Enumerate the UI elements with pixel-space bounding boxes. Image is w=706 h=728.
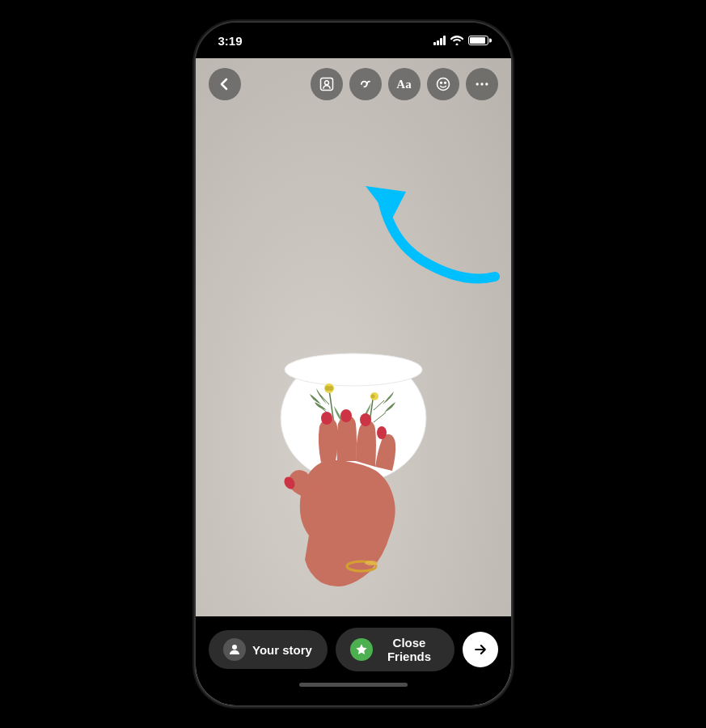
battery-icon	[468, 36, 488, 45]
your-story-icon	[223, 638, 246, 661]
your-story-label: Your story	[252, 643, 312, 657]
svg-point-20	[365, 561, 378, 565]
svg-point-23	[324, 81, 328, 85]
wifi-icon	[450, 36, 463, 45]
send-arrow-icon	[472, 641, 488, 658]
bottom-actions: Your story Close Friends	[196, 616, 511, 678]
home-indicator	[299, 683, 408, 687]
svg-point-2	[285, 353, 422, 386]
svg-point-30	[232, 645, 237, 650]
send-button[interactable]	[463, 632, 498, 667]
more-button[interactable]	[466, 68, 498, 100]
svg-point-27	[476, 83, 478, 85]
close-friends-label: Close Friends	[379, 636, 440, 663]
text-button[interactable]: Aa	[388, 68, 421, 100]
time-display: 3:19	[218, 34, 243, 48]
back-button[interactable]	[209, 68, 241, 100]
svg-point-17	[377, 426, 387, 439]
svg-point-15	[340, 409, 352, 422]
star-icon	[355, 643, 368, 656]
sticker-button[interactable]	[427, 68, 459, 100]
phone-frame: 3:19	[196, 23, 511, 705]
signal-icon	[433, 36, 446, 45]
svg-point-28	[480, 83, 483, 85]
story-container: Aa	[196, 58, 511, 705]
boomerang-icon	[357, 76, 374, 92]
person-icon	[227, 642, 242, 657]
back-icon	[218, 77, 232, 91]
svg-point-24	[437, 78, 449, 91]
svg-point-13	[370, 395, 374, 399]
close-friends-button[interactable]: Close Friends	[336, 628, 454, 671]
close-friends-icon	[350, 638, 373, 661]
sticker-icon	[435, 76, 451, 92]
toolbar-right: Aa	[311, 68, 498, 100]
photo-content	[240, 285, 467, 608]
svg-point-8	[328, 386, 333, 391]
arrow-annotation	[333, 147, 511, 293]
status-bar: 3:19	[196, 23, 511, 58]
svg-point-14	[321, 412, 332, 425]
your-story-button[interactable]: Your story	[209, 630, 328, 669]
text-icon: Aa	[396, 78, 411, 91]
svg-point-25	[440, 83, 442, 84]
boomerang-button[interactable]	[349, 68, 382, 100]
bottom-bar: Your story Close Friends	[196, 616, 511, 705]
svg-point-16	[360, 413, 371, 426]
toolbar: Aa	[196, 68, 511, 100]
status-icons	[433, 36, 488, 45]
svg-point-29	[485, 83, 488, 85]
tag-button[interactable]	[311, 68, 343, 100]
toolbar-left	[209, 68, 241, 100]
svg-point-26	[444, 83, 446, 84]
svg-rect-22	[320, 78, 332, 91]
tag-person-icon	[319, 76, 335, 92]
more-icon	[474, 76, 490, 92]
